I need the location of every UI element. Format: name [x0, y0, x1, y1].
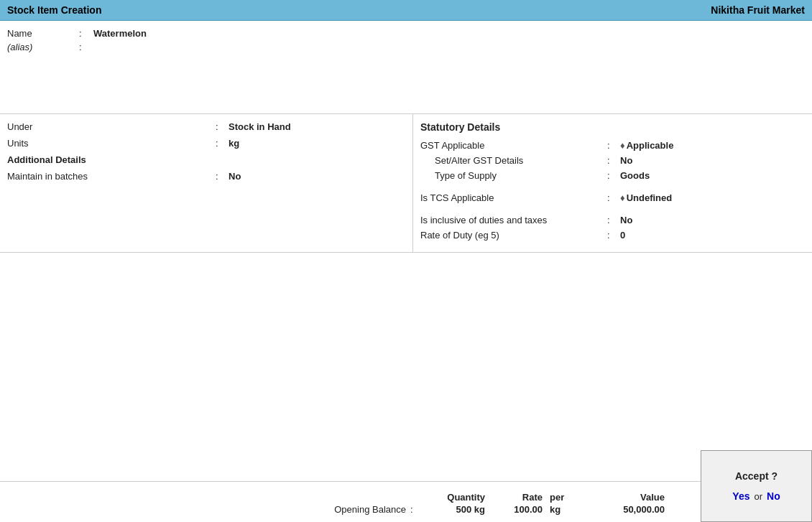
units-colon: :	[216, 138, 229, 149]
quantity-header: Quantity	[420, 492, 492, 503]
page-title: Stock Item Creation	[7, 4, 101, 16]
inclusive-duties-colon: :	[607, 215, 620, 225]
maintain-batches-label: Maintain in batches	[7, 171, 216, 182]
additional-details-heading: Additional Details	[7, 154, 405, 165]
is-tcs-value: ♦Undefined	[620, 192, 672, 203]
gst-diamond: ♦	[620, 140, 625, 151]
units-value: kg	[229, 138, 239, 149]
set-alter-gst-colon: :	[607, 155, 620, 166]
per-value: kg	[550, 504, 586, 515]
statutory-heading: Statutory Details	[420, 121, 805, 133]
name-colon: :	[79, 28, 93, 39]
quantity-value: 500 kg	[420, 504, 492, 515]
under-row: Under : Stock in Hand	[7, 121, 405, 132]
tcs-diamond: ♦	[620, 192, 625, 203]
rate-value: 100.00	[492, 504, 550, 515]
value-header: Value	[586, 492, 665, 503]
opening-balance-colon: :	[410, 504, 420, 515]
under-label: Under	[7, 121, 216, 132]
per-header: per	[550, 492, 586, 503]
under-colon: :	[216, 121, 229, 132]
type-of-supply-label: Type of Supply	[420, 170, 607, 181]
set-alter-gst-value: No	[620, 155, 632, 166]
is-tcs-colon: :	[607, 192, 620, 203]
type-of-supply-row: Type of Supply : Goods	[420, 170, 805, 181]
accept-title: Accept ?	[735, 470, 778, 482]
set-alter-gst-row: Set/Alter GST Details : No	[420, 155, 805, 166]
accept-no-button[interactable]: No	[767, 490, 780, 502]
under-value: Stock in Hand	[229, 121, 291, 132]
type-of-supply-colon: :	[607, 170, 620, 181]
bottom-section: Quantity Rate per Value Opening Balance …	[0, 481, 812, 522]
accept-yes-button[interactable]: Yes	[732, 490, 749, 502]
accept-dialog: Accept ? Yes or No	[701, 450, 812, 522]
accept-or-text: or	[754, 491, 762, 502]
maintain-batches-value: No	[229, 171, 241, 182]
maintain-batches-colon: :	[216, 171, 229, 182]
app-header: Stock Item Creation Nikitha Fruit Market	[0, 0, 812, 21]
rate-duty-colon: :	[607, 230, 620, 241]
inclusive-duties-value: No	[620, 215, 632, 225]
name-row: Name : Watermelon	[7, 28, 805, 39]
is-tcs-row: Is TCS Applicable : ♦Undefined	[420, 192, 805, 203]
alias-colon: :	[79, 42, 93, 52]
set-alter-gst-label: Set/Alter GST Details	[420, 155, 607, 166]
maintain-batches-row: Maintain in batches : No	[7, 171, 405, 182]
units-label: Units	[7, 138, 216, 149]
accept-buttons: Yes or No	[732, 490, 780, 502]
gst-applicable-colon: :	[607, 140, 620, 151]
opening-balance-content: Quantity Rate per Value Opening Balance …	[0, 489, 812, 515]
gst-applicable-label: GST Applicable	[420, 140, 607, 151]
type-of-supply-value: Goods	[620, 170, 650, 181]
gst-applicable-value: ♦Applicable	[620, 140, 673, 151]
inclusive-duties-row: Is inclusive of duties and taxes : No	[420, 215, 805, 225]
inclusive-duties-label: Is inclusive of duties and taxes	[420, 215, 607, 225]
name-value: Watermelon	[93, 28, 147, 39]
rate-duty-value: 0	[620, 230, 625, 241]
units-row: Units : kg	[7, 138, 405, 149]
company-name: Nikitha Fruit Market	[711, 4, 805, 16]
rate-duty-label: Rate of Duty (eg 5)	[420, 230, 607, 241]
alias-row: (alias) :	[7, 42, 805, 52]
value-value: 50,000.00	[586, 504, 665, 515]
gst-applicable-row: GST Applicable : ♦Applicable	[420, 140, 805, 151]
main-content: Under : Stock in Hand Units : kg Additio…	[0, 114, 812, 253]
right-panel: Statutory Details GST Applicable : ♦Appl…	[413, 114, 812, 252]
rate-duty-row: Rate of Duty (eg 5) : 0	[420, 230, 805, 241]
alias-label: (alias)	[7, 42, 79, 52]
left-panel: Under : Stock in Hand Units : kg Additio…	[0, 114, 413, 252]
rate-header: Rate	[492, 492, 550, 503]
name-section: Name : Watermelon (alias) :	[0, 21, 812, 114]
opening-balance-label: Opening Balance	[267, 504, 410, 515]
name-label: Name	[7, 28, 79, 39]
is-tcs-label: Is TCS Applicable	[420, 192, 607, 203]
